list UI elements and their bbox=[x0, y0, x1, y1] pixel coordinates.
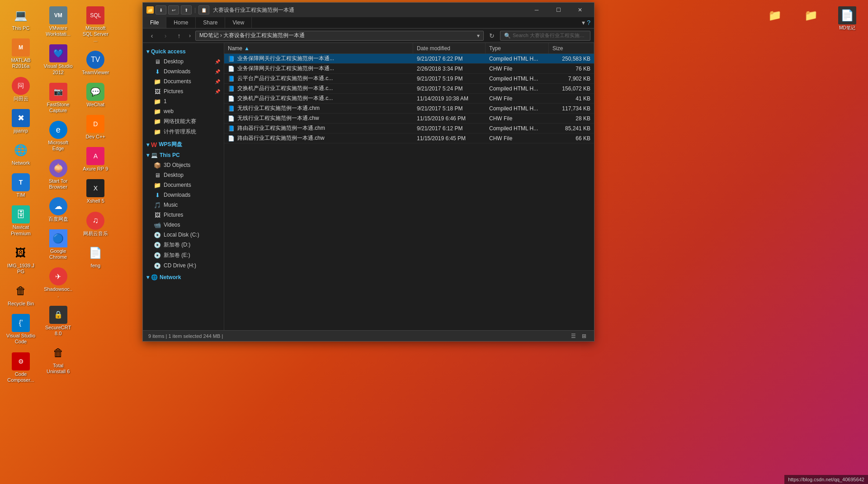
desktop-icon-matlab[interactable]: M MATLAB R2016a bbox=[5, 37, 37, 71]
sidebar-item-pictures[interactable]: 🖼 Pictures 📌 bbox=[143, 86, 224, 96]
localdisk-icon: 💿 bbox=[154, 231, 161, 238]
desktop-icon-faststone[interactable]: 📷 FastStone Capture bbox=[42, 81, 75, 115]
tab-file[interactable]: File bbox=[143, 17, 166, 28]
table-row[interactable]: 📄 无线行业工程实施范例一本通.chw 11/15/2019 6:46 PM C… bbox=[224, 114, 594, 123]
quick-access-btn-2[interactable]: ↩ bbox=[168, 5, 179, 14]
desktop-icon-tim[interactable]: T TIM bbox=[5, 171, 37, 200]
view-details-btn[interactable]: ☰ bbox=[569, 332, 578, 340]
sidebar-wangluo-label: 网络技能大赛 bbox=[164, 118, 196, 125]
sidebar-item-downloads[interactable]: ⬇ Downloads 📌 bbox=[143, 66, 224, 76]
file-rows-container: 📘 业务保障网关行业工程实施范例一本通... 9/21/2017 6:22 PM… bbox=[224, 54, 594, 143]
close-button[interactable]: ✕ bbox=[570, 3, 590, 17]
desktop-icon-baidu[interactable]: ☁ 百度网盘 bbox=[42, 195, 75, 224]
sidebar-network-header[interactable]: ▾ 🌐 Network bbox=[143, 272, 224, 282]
status-text: 9 items | 1 item selected 244 MB | bbox=[148, 333, 223, 339]
desktop-icon-codecomposer[interactable]: ⚙ Code Composer... bbox=[5, 351, 37, 385]
sidebar-documents-label: Documents bbox=[164, 78, 191, 85]
forward-button[interactable]: › bbox=[160, 30, 171, 41]
desktop-icon-vmware[interactable]: VM VMware Workstati... bbox=[42, 5, 75, 39]
view-large-btn[interactable]: ⊞ bbox=[580, 332, 589, 340]
sort-icon: ▲ bbox=[244, 45, 250, 52]
refresh-button[interactable]: ↻ bbox=[486, 30, 497, 41]
table-row[interactable]: 📄 交换机产品行业工程实施范例一本通.c... 11/14/2019 10:38… bbox=[224, 94, 594, 104]
tab-view[interactable]: View bbox=[225, 17, 252, 28]
sidebar-desktop-label: Desktop bbox=[164, 58, 184, 65]
sidebar-item-localdisk[interactable]: 💿 Local Disk (C:) bbox=[143, 230, 224, 240]
sidebar-item-desktop2[interactable]: 🖥 Desktop bbox=[143, 170, 224, 180]
col-header-type[interactable]: Type bbox=[486, 43, 549, 53]
minimize-button[interactable]: ─ bbox=[526, 3, 547, 17]
sidebar-quick-access-header[interactable]: ▾ Quick access bbox=[143, 47, 224, 57]
desktop-icon-jijian[interactable]: ✖ jijianrp bbox=[5, 107, 37, 136]
desktop-icon-sqlserver[interactable]: SQL Microsoft SQL Server ... bbox=[79, 5, 112, 45]
sidebar-thispc-header[interactable]: ▾ 💻 This PC bbox=[143, 150, 224, 160]
quick-access-btn-3[interactable]: ⬆ bbox=[181, 5, 192, 14]
tab-share[interactable]: Share bbox=[196, 17, 225, 28]
path-dropdown-icon[interactable]: ▾ bbox=[477, 33, 480, 39]
desktop-icon-this-pc[interactable]: 💻 This PC bbox=[5, 5, 37, 33]
back-button[interactable]: ‹ bbox=[146, 30, 157, 41]
sidebar-item-web[interactable]: 📁 web bbox=[143, 106, 224, 116]
desktop-icon-netease[interactable]: ♫ 网易云音乐 bbox=[79, 210, 112, 238]
top-right-folder-icon: 📁 bbox=[766, 6, 784, 24]
sidebar-item-e[interactable]: 💿 新加卷 (E:) bbox=[143, 250, 224, 261]
help-btn[interactable]: ? bbox=[587, 19, 590, 26]
sidebar-item-desktop[interactable]: 🖥 Desktop 📌 bbox=[143, 57, 224, 66]
sidebar-item-downloads2[interactable]: ⬇ Downloads bbox=[143, 190, 224, 200]
desktop-icon-network[interactable]: 🌐 Network bbox=[5, 139, 37, 168]
sidebar-wps-header[interactable]: ▾ W WPS网盘 bbox=[143, 139, 224, 150]
col-header-date[interactable]: Date modified bbox=[413, 43, 486, 53]
sidebar-item-d[interactable]: 💿 新加卷 (D:) bbox=[143, 240, 224, 250]
table-row[interactable]: 📘 业务保障网关行业工程实施范例一本通... 9/21/2017 6:22 PM… bbox=[224, 54, 594, 64]
table-row[interactable]: 📘 路由器行业工程实施范例一本通.chm 9/21/2017 6:12 PM C… bbox=[224, 123, 594, 133]
file-name: 交换机产品行业工程实施范例一本通.c... bbox=[237, 85, 333, 92]
quick-access-btn-1[interactable]: ⬇ bbox=[156, 5, 166, 14]
desktop-icon-starttor[interactable]: 🧅 Start Tor Browser bbox=[42, 157, 75, 192]
sidebar-item-cddrive[interactable]: 💿 CD Drive (H:) bbox=[143, 261, 224, 270]
address-path[interactable]: MD笔记 › 大赛设备行业工程实施范例一本通 ▾ bbox=[195, 31, 484, 41]
col-header-size[interactable]: Size bbox=[549, 43, 594, 53]
sidebar-item-1[interactable]: 📁 1 bbox=[143, 96, 224, 106]
maximize-button[interactable]: ☐ bbox=[548, 3, 569, 17]
desktop-icon-xshell[interactable]: X Xshell 5 bbox=[79, 177, 112, 206]
sidebar-item-music[interactable]: 🎵 Music bbox=[143, 200, 224, 210]
tab-home[interactable]: Home bbox=[166, 17, 196, 28]
sidebar-item-documents[interactable]: 📁 Documents 📌 bbox=[143, 76, 224, 86]
desktop-icon-wentian[interactable]: 问 问田云 bbox=[5, 75, 37, 104]
desktop-icon-securecrt[interactable]: 🔒 SecureCRT 8.0 bbox=[42, 304, 75, 338]
desktop-icon-navicat[interactable]: 🗄 Navicat Premium bbox=[5, 204, 37, 238]
desktop-icon-img[interactable]: 🖼 IMG_1939.JPG bbox=[5, 242, 37, 276]
desktop-icon-wechat[interactable]: 💬 WeChat bbox=[79, 81, 112, 109]
desktop-icon-devcpp[interactable]: D Dev C++ bbox=[79, 113, 112, 142]
top-right-icon-3[interactable]: 📄 MD笔记 bbox=[831, 5, 863, 33]
desktop-icon-vscode[interactable]: {' Visual Studio Code bbox=[5, 312, 37, 346]
search-box[interactable]: 🔍 Search 大赛设备行业工程实施范例一本... bbox=[500, 31, 590, 41]
top-right-icon-1[interactable]: 📁 bbox=[759, 5, 791, 33]
desktop-icon-totaluninstall[interactable]: 🗑 Total Uninstall 6 bbox=[42, 342, 75, 376]
sidebar-item-documents2[interactable]: 📁 Documents bbox=[143, 180, 224, 190]
sidebar-documents2-label: Documents bbox=[164, 182, 191, 188]
up-button[interactable]: ↑ bbox=[174, 30, 184, 41]
sidebar-item-wangluo[interactable]: 📁 网络技能大赛 bbox=[143, 116, 224, 127]
sidebar-item-jijian[interactable]: 📁 计件管理系统 bbox=[143, 127, 224, 137]
desktop-icon-chrome[interactable]: 🔵 Google Chrome bbox=[42, 228, 75, 262]
desktop-icon-teamviewer[interactable]: TV TeamViewer bbox=[79, 49, 112, 77]
desktop-icon-recycle[interactable]: 🗑 Recycle Bin bbox=[5, 280, 37, 308]
sidebar-item-3d[interactable]: 📦 3D Objects bbox=[143, 160, 224, 170]
ribbon-expand-btn[interactable]: ▾ bbox=[582, 19, 585, 26]
col-header-name[interactable]: Name▲ bbox=[224, 43, 413, 53]
table-row[interactable]: 📘 交换机产品行业工程实施范例一本通.c... 9/21/2017 5:24 P… bbox=[224, 84, 594, 94]
table-row[interactable]: 📄 路由器行业工程实施范例一本通.chw 11/15/2019 6:45 PM … bbox=[224, 133, 594, 143]
properties-btn[interactable]: 📋 bbox=[198, 5, 209, 14]
table-row[interactable]: 📘 无线行业工程实施范例一本通.chm 9/21/2017 5:18 PM Co… bbox=[224, 104, 594, 114]
sidebar-item-pictures2[interactable]: 🖼 Pictures bbox=[143, 210, 224, 220]
desktop-icon-axure[interactable]: A Axure RP 9 bbox=[79, 145, 112, 174]
top-right-icon-2[interactable]: 📁 bbox=[795, 5, 827, 33]
table-row[interactable]: 📘 云平台产品行业工程实施范例一本通.c... 9/21/2017 5:19 P… bbox=[224, 74, 594, 84]
desktop-icon-vstudio2012[interactable]: 💙 Visual Studio 2012 bbox=[42, 43, 75, 77]
desktop-icon-shadowsoc[interactable]: ✈ Shadowsoc... bbox=[42, 266, 75, 300]
desktop-icon-feng[interactable]: 📄 feng bbox=[79, 242, 112, 270]
table-row[interactable]: 📄 业务保障网关行业工程实施范例一本通... 2/26/2018 3:34 PM… bbox=[224, 64, 594, 74]
desktop-icon-msedge[interactable]: e Microsoft Edge bbox=[42, 119, 75, 153]
sidebar-item-videos[interactable]: 📹 Videos bbox=[143, 220, 224, 230]
